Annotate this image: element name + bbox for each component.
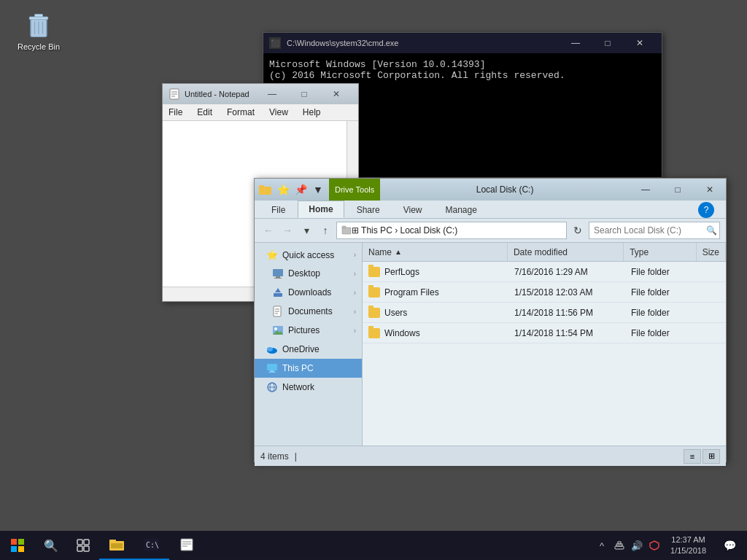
sidebar-item-this-pc[interactable]: This PC [255, 359, 362, 378]
file-row-users[interactable]: Users 1/14/2018 11:56 PM File folder [363, 303, 726, 323]
refresh-button[interactable]: ↻ [570, 222, 586, 238]
col-header-type[interactable]: Type [624, 243, 697, 261]
pictures-icon [272, 324, 284, 336]
cmd-close-button[interactable]: ✕ [624, 33, 656, 53]
explorer-close-button[interactable]: ✕ [694, 179, 726, 201]
taskbar-search-button[interactable]: 🔍 [35, 531, 67, 560]
shield-icon [649, 540, 659, 551]
sidebar: ⭐ Quick access › Desktop › Downloads › D… [255, 243, 363, 446]
svg-rect-39 [84, 540, 89, 545]
notepad-title: Untitled - Notepad [185, 90, 252, 98]
file-name-perflogs: PerfLogs [363, 262, 508, 281]
cmd-minimize-button[interactable]: — [560, 33, 592, 53]
folder-icon [368, 328, 380, 338]
svg-rect-47 [181, 539, 193, 551]
cmd-title: C:\Windows\system32\cmd.exe [287, 39, 554, 47]
taskbar-app-notepad[interactable] [169, 531, 204, 560]
cmd-controls: — □ ✕ [560, 33, 656, 53]
clock[interactable]: 12:37 AM 1/15/2018 [665, 534, 712, 557]
col-date-label: Date modified [514, 247, 568, 257]
status-bar: 4 items | ≡ ⊞ [255, 446, 726, 466]
folder-icon [368, 308, 380, 318]
notepad-maximize-button[interactable]: □ [288, 84, 320, 104]
file-label: Program Files [384, 287, 439, 298]
file-list-header: Name ▲ Date modified Type Size [363, 243, 726, 262]
recycle-bin-icon[interactable]: Recycle Bin [15, 7, 63, 54]
back-button[interactable]: ← [260, 222, 276, 238]
clock-time: 12:37 AM [671, 534, 705, 545]
recent-locations-button[interactable]: ▾ [298, 222, 314, 238]
large-icons-view-button[interactable]: ⊞ [703, 449, 720, 464]
security-tray-icon[interactable] [647, 531, 662, 560]
sidebar-item-quick-access[interactable]: ⭐ Quick access › [255, 246, 362, 264]
file-type-users: File folder [625, 303, 698, 322]
sidebar-item-pictures[interactable]: Pictures › [255, 321, 362, 340]
svg-rect-1 [29, 17, 47, 20]
cmd-taskbar-icon: C:\ [144, 538, 160, 551]
col-header-size[interactable]: Size [697, 243, 726, 261]
file-row-windows[interactable]: Windows 1/14/2018 11:54 PM File folder [363, 323, 726, 343]
chevron-up-icon[interactable]: ^ [595, 531, 609, 560]
svg-point-27 [267, 347, 273, 351]
expand-icon: ▼ [310, 182, 326, 198]
notepad-menu-edit[interactable]: Edit [194, 106, 215, 119]
ribbon-tab-manage[interactable]: Manage [435, 201, 488, 218]
file-type-program-files: File folder [625, 282, 698, 302]
col-header-name[interactable]: Name ▲ [363, 243, 508, 261]
ribbon-tab-share[interactable]: Share [346, 201, 391, 218]
up-button[interactable]: ↑ [317, 222, 333, 238]
sidebar-item-network[interactable]: Network [255, 378, 362, 397]
search-input[interactable] [594, 225, 703, 236]
sidebar-item-documents[interactable]: Documents › [255, 302, 362, 321]
cmd-titlebar[interactable]: ⬛ C:\Windows\system32\cmd.exe — □ ✕ [263, 33, 662, 53]
svg-rect-41 [84, 546, 89, 551]
sidebar-item-onedrive[interactable]: OneDrive [255, 340, 362, 359]
notepad-close-button[interactable]: ✕ [320, 84, 352, 104]
svg-rect-34 [11, 539, 17, 545]
search-icon[interactable]: 🔍 [706, 225, 717, 236]
quick-access-icon: ⭐ [266, 249, 278, 260]
sidebar-item-label: Pictures [288, 325, 320, 335]
sidebar-item-desktop[interactable]: Desktop › [255, 264, 362, 283]
file-date-perflogs: 7/16/2016 1:29 AM [508, 262, 625, 281]
notepad-menu-file[interactable]: File [166, 106, 185, 119]
cmd-line1: Microsoft Windows [Version 10.0.14393] [269, 59, 656, 70]
svg-rect-12 [342, 228, 351, 234]
sidebar-item-label: Quick access [282, 250, 334, 260]
task-view-button[interactable] [67, 531, 99, 560]
explorer-minimize-button[interactable]: — [630, 179, 662, 201]
explorer-titlebar[interactable]: ⭐ 📌 ▼ Drive Tools Local Disk (C:) — □ ✕ [255, 179, 726, 201]
search-box: 🔍 [589, 222, 720, 239]
taskbar-app-cmd[interactable]: C:\ [134, 531, 169, 560]
help-button[interactable]: ? [698, 202, 714, 218]
file-row-program-files[interactable]: Program Files 1/15/2018 12:03 AM File fo… [363, 282, 726, 303]
explorer-maximize-button[interactable]: □ [662, 179, 694, 201]
ribbon-tab-home[interactable]: Home [298, 201, 344, 218]
start-button[interactable] [0, 531, 35, 560]
col-header-date[interactable]: Date modified [508, 243, 624, 261]
address-path[interactable]: ⊞ This PC › Local Disk (C:) [336, 222, 567, 239]
action-center-button[interactable]: 💬 [715, 531, 744, 560]
volume-tray-icon[interactable]: 🔊 [630, 531, 644, 560]
notepad-menu-view[interactable]: View [266, 106, 291, 119]
notepad-titlebar[interactable]: Untitled - Notepad — □ ✕ [163, 84, 358, 104]
svg-rect-30 [268, 372, 276, 373]
ribbon-tab-file[interactable]: File [260, 201, 296, 218]
sidebar-item-label: Desktop [288, 268, 320, 279]
desktop: Recycle Bin ⬛ C:\Windows\system32\cmd.ex… [0, 0, 747, 560]
svg-rect-38 [77, 540, 82, 545]
onedrive-icon [266, 343, 278, 355]
notepad-minimize-button[interactable]: — [256, 84, 288, 104]
sidebar-item-downloads[interactable]: Downloads › [255, 283, 362, 302]
network-tray-icon[interactable] [612, 531, 627, 560]
notepad-menu-help[interactable]: Help [300, 106, 324, 119]
file-row-perflogs[interactable]: PerfLogs 7/16/2016 1:29 AM File folder [363, 262, 726, 282]
details-view-button[interactable]: ≡ [684, 449, 701, 464]
ribbon-tab-view[interactable]: View [392, 201, 433, 218]
address-text: ⊞ This PC › Local Disk (C:) [352, 225, 457, 236]
forward-button[interactable]: → [279, 222, 295, 238]
cmd-maximize-button[interactable]: □ [592, 33, 624, 53]
notepad-menu-format[interactable]: Format [224, 106, 258, 119]
col-type-label: Type [630, 247, 649, 257]
taskbar-app-explorer[interactable] [99, 531, 134, 560]
